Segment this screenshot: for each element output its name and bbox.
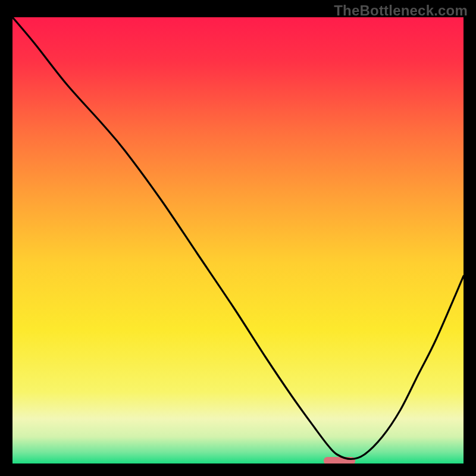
gradient-background: [12, 17, 464, 464]
watermark-label: TheBottleneck.com: [334, 2, 468, 19]
plot-area: [12, 17, 464, 464]
plot-svg: [12, 17, 464, 464]
optimal-marker: [324, 457, 355, 464]
chart-container: TheBottleneck.com: [0, 0, 476, 476]
